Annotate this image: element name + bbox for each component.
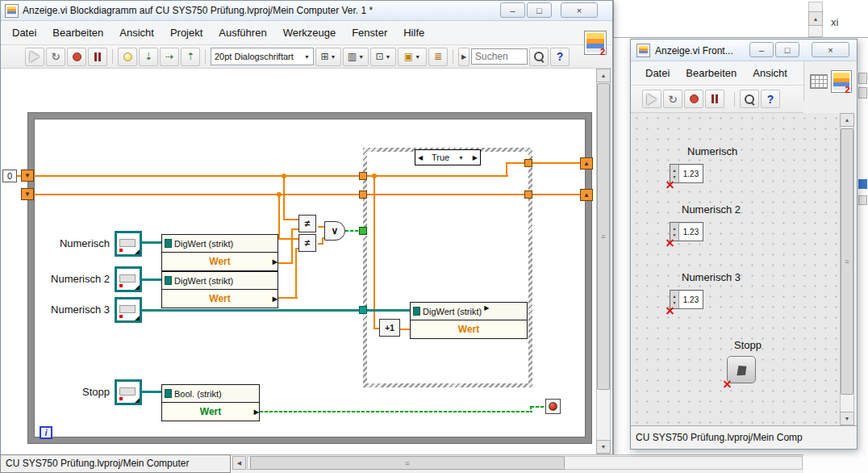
property-node-digwert-1[interactable]: DigWert (strikt) Wert▶	[161, 234, 278, 271]
fp-vscroll-down-button[interactable]: ▼	[840, 412, 854, 425]
case-prev-arrow-icon[interactable]: ◀	[418, 154, 423, 161]
reference-wire-segment[interactable]	[142, 309, 411, 312]
spinner-arrows-icon[interactable]: ▲▼	[670, 165, 679, 182]
bd-close-button[interactable]: ×	[561, 2, 598, 18]
terminal-stopp[interactable]	[115, 379, 142, 405]
wire-segment[interactable]	[291, 228, 293, 264]
highlight-execution-button[interactable]	[118, 48, 137, 66]
fp-maximize-button[interactable]: □	[775, 42, 799, 57]
boolean-wire-segment[interactable]	[345, 230, 360, 232]
terminal-numerisch2[interactable]	[115, 266, 142, 292]
distribute-objects-dropdown[interactable]: ▥▼	[343, 48, 369, 66]
case-tunnel-input-2[interactable]	[359, 190, 367, 199]
increment-node[interactable]: +1	[379, 319, 400, 337]
bd-menu-bearbeiten[interactable]: Bearbeiten	[44, 23, 111, 43]
fp-menu-bearbeiten[interactable]: Bearbeiten	[678, 63, 745, 83]
property-node-row[interactable]: Wert▶	[162, 290, 278, 308]
wire-segment[interactable]	[284, 219, 300, 220]
wire-segment[interactable]	[34, 194, 360, 195]
shift-register-left-2[interactable]: ▼	[21, 188, 34, 200]
property-node-row[interactable]: Wert▶	[162, 253, 278, 270]
iteration-terminal[interactable]: i	[40, 426, 52, 439]
case-tunnel-output-1[interactable]	[524, 159, 532, 167]
fp-stop-button[interactable]	[727, 356, 756, 383]
wire-segment[interactable]	[365, 194, 526, 195]
fp-run-continuously-button[interactable]: ↻	[663, 90, 682, 108]
boolean-wire-segment[interactable]	[260, 411, 532, 412]
align-objects-dropdown[interactable]: ⊞▼	[315, 48, 341, 66]
bd-menu-werkzeuge[interactable]: Werkzeuge	[275, 23, 344, 43]
reference-wire-segment[interactable]	[142, 241, 163, 244]
bd-vscroll-up-button[interactable]: ▲	[596, 69, 611, 82]
wire-segment[interactable]	[365, 175, 508, 177]
fp-label-numerisch[interactable]: Numerisch	[687, 145, 737, 157]
wire-segment[interactable]	[400, 329, 410, 330]
bd-minimize-button[interactable]: –	[500, 2, 525, 18]
wire-segment[interactable]	[278, 194, 280, 240]
fp-menu-datei[interactable]: Datei	[637, 63, 678, 83]
bd-menu-hilfe[interactable]: Hilfe	[395, 23, 432, 43]
chevron-down-icon[interactable]: ▼	[458, 155, 464, 161]
wire-segment[interactable]	[318, 226, 324, 228]
case-selector-tunnel[interactable]	[359, 227, 367, 235]
case-reference-tunnel[interactable]	[359, 306, 367, 314]
reorder-dropdown[interactable]: ▣▼	[398, 48, 427, 66]
shift-register-left-1[interactable]: ▼	[21, 170, 34, 182]
reference-wire-segment[interactable]	[142, 278, 163, 281]
wire-segment[interactable]	[373, 175, 375, 329]
fp-vscrollbar-thumb[interactable]: ≡	[841, 128, 853, 395]
fp-numeric-control-1[interactable]: ▲▼ 1.23	[670, 164, 703, 183]
search-button[interactable]	[529, 48, 549, 66]
bd-vscroll-down-button[interactable]: ▼	[596, 440, 611, 454]
wire-segment[interactable]	[322, 237, 323, 245]
fp-vi-icon[interactable]: 2	[831, 70, 852, 93]
shift-register-right-2[interactable]: ▲	[580, 189, 593, 201]
pause-button[interactable]	[88, 48, 107, 66]
background-scroll-up-button[interactable]: ▲	[808, 11, 823, 26]
or-node[interactable]: ∨	[324, 221, 345, 241]
font-selector[interactable]: 20pt Dialogschriftart ▼	[211, 48, 314, 65]
bd-hscroll-left-button[interactable]: ◀	[232, 456, 246, 470]
fp-menu-ansicht[interactable]: Ansicht	[745, 63, 795, 83]
step-into-button[interactable]: ⇣	[139, 48, 158, 66]
resize-objects-dropdown[interactable]: ⊡▼	[370, 48, 396, 66]
fp-label-stopp[interactable]: Stopp	[734, 339, 762, 351]
bd-menu-ansicht[interactable]: Ansicht	[111, 23, 162, 43]
case-tunnel-output-2[interactable]	[524, 190, 532, 199]
wire-segment[interactable]	[295, 248, 297, 299]
bd-vscrollbar-thumb[interactable]: ≡	[597, 83, 610, 390]
abort-button[interactable]	[67, 48, 86, 66]
case-next-arrow-icon[interactable]: ▶	[473, 154, 478, 161]
search-scope-button[interactable]: ▶	[458, 48, 469, 66]
fp-numeric-control-3[interactable]: ▲▼ 1.23	[670, 290, 703, 309]
fp-abort-button[interactable]	[684, 90, 703, 108]
fp-label-numerisch2[interactable]: Numerisch 2	[682, 203, 741, 216]
bd-bottom-tab[interactable]: CU SYS750 Prüfung.lvproj/Mein Computer	[0, 454, 231, 473]
step-over-button[interactable]: ⇢	[160, 48, 179, 66]
connector-pane-icon[interactable]	[810, 74, 828, 89]
spinner-arrows-icon[interactable]: ▲▼	[670, 291, 679, 308]
step-out-button[interactable]: ⇡	[181, 48, 200, 66]
shift-register-right-1[interactable]: ▲	[580, 157, 593, 170]
property-node-bool[interactable]: Bool. (strikt) Wert▶	[161, 384, 260, 421]
bd-menu-fenster[interactable]: Fenster	[344, 23, 395, 43]
property-node-row[interactable]: Wert▶	[162, 403, 259, 421]
wire-segment[interactable]	[507, 162, 526, 164]
fp-numeric-value-3[interactable]: 1.23	[679, 291, 703, 308]
reference-wire-segment[interactable]	[142, 391, 163, 393]
case-selector[interactable]: ◀ True ▼ ▶	[415, 149, 481, 165]
wire-segment[interactable]	[506, 162, 507, 177]
fp-numeric-value-2[interactable]: 1.23	[679, 223, 703, 241]
bd-maximize-button[interactable]: □	[527, 2, 552, 18]
bd-menu-datei[interactable]: Datei	[4, 23, 44, 43]
terminal-numerisch[interactable]	[115, 231, 142, 257]
bd-menu-projekt[interactable]: Projekt	[162, 23, 211, 43]
terminal-numerisch3[interactable]	[115, 297, 142, 323]
not-equal-node-2[interactable]: ≠	[298, 234, 316, 252]
wire-segment[interactable]	[34, 175, 360, 177]
context-help-button[interactable]: ?	[550, 48, 570, 66]
wire-segment[interactable]	[531, 194, 581, 195]
bd-vi-icon[interactable]: 2	[584, 31, 607, 55]
case-tunnel-input-1[interactable]	[359, 172, 367, 180]
fp-vscroll-up-button[interactable]: ▲	[840, 113, 854, 127]
